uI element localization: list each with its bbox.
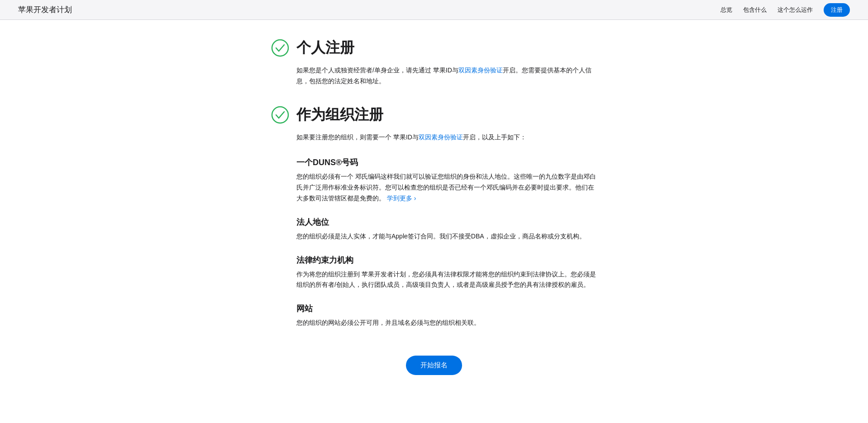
duns-desc-text: 您的组织必须有一个 邓氏编码这样我们就可以验证您组织的身份和法人地位。这些唯一的… [296, 173, 596, 202]
legal-entity-subsection: 法人地位 您的组织必须是法人实体，才能与Apple签订合同。我们不接受DBA，虚… [271, 217, 597, 242]
duns-desc: 您的组织必须有一个 邓氏编码这样我们就可以验证您组织的身份和法人地位。这些唯一的… [296, 171, 597, 204]
header-register-button[interactable]: 注册 [824, 3, 850, 17]
org-desc-text1: 如果要注册您的组织，则需要一个 苹果ID与 [296, 133, 419, 141]
org-desc-text2: 开启，以及上手如下： [463, 133, 526, 141]
check-circle-icon-org [271, 106, 289, 124]
start-btn-container: 开始报名 [271, 356, 597, 375]
header-nav: 总览 包含什么 这个怎么运作 注册 [720, 3, 850, 17]
website-desc: 您的组织的网站必须公开可用，并且域名必须与您的组织相关联。 [296, 318, 597, 328]
header-title: 苹果开发者计划 [18, 5, 72, 15]
learn-more-link[interactable]: 学到更多 › [387, 195, 416, 202]
personal-2fa-link[interactable]: 双因素身份验证 [458, 67, 503, 74]
svg-point-0 [272, 40, 288, 56]
legal-binding-title: 法律约束力机构 [296, 255, 597, 266]
legal-binding-desc: 作为将您的组织注册到 苹果开发者计划，您必须具有法律权限才能将您的组织约束到法律… [296, 269, 597, 291]
personal-section-title: 个人注册 [296, 38, 354, 58]
org-registration-section: 作为组织注册 如果要注册您的组织，则需要一个 苹果ID与双因素身份验证开启，以及… [271, 105, 597, 328]
check-circle-icon [271, 39, 289, 57]
nav-how-it-works[interactable]: 这个怎么运作 [777, 6, 813, 14]
page-header: 苹果开发者计划 总览 包含什么 这个怎么运作 注册 [0, 0, 868, 20]
org-2fa-link[interactable]: 双因素身份验证 [419, 133, 463, 141]
org-section-desc: 如果要注册您的组织，则需要一个 苹果ID与双因素身份验证开启，以及上手如下： [271, 132, 597, 143]
duns-title: 一个DUNS®号码 [296, 157, 597, 168]
website-title: 网站 [296, 303, 597, 314]
duns-subsection: 一个DUNS®号码 您的组织必须有一个 邓氏编码这样我们就可以验证您组织的身份和… [271, 157, 597, 204]
website-subsection: 网站 您的组织的网站必须公开可用，并且域名必须与您的组织相关联。 [271, 303, 597, 328]
main-content: 个人注册 如果您是个人或独资经营者/单身企业，请先通过 苹果ID与双因素身份验证… [262, 20, 606, 402]
legal-entity-title: 法人地位 [296, 217, 597, 228]
personal-registration-section: 个人注册 如果您是个人或独资经营者/单身企业，请先通过 苹果ID与双因素身份验证… [271, 38, 597, 87]
legal-binding-subsection: 法律约束力机构 作为将您的组织注册到 苹果开发者计划，您必须具有法律权限才能将您… [271, 255, 597, 291]
personal-desc-text1: 如果您是个人或独资经营者/单身企业，请先通过 苹果ID与 [296, 67, 458, 74]
nav-whats-included[interactable]: 包含什么 [743, 6, 767, 14]
org-section-title: 作为组织注册 [296, 105, 383, 125]
nav-overview[interactable]: 总览 [720, 6, 732, 14]
org-section-header: 作为组织注册 [271, 105, 597, 125]
legal-entity-desc: 您的组织必须是法人实体，才能与Apple签订合同。我们不接受DBA，虚拟企业，商… [296, 231, 597, 242]
personal-section-desc: 如果您是个人或独资经营者/单身企业，请先通过 苹果ID与双因素身份验证开启。您需… [271, 65, 597, 87]
svg-point-1 [272, 107, 288, 123]
personal-section-header: 个人注册 [271, 38, 597, 58]
start-registration-button[interactable]: 开始报名 [406, 356, 462, 375]
